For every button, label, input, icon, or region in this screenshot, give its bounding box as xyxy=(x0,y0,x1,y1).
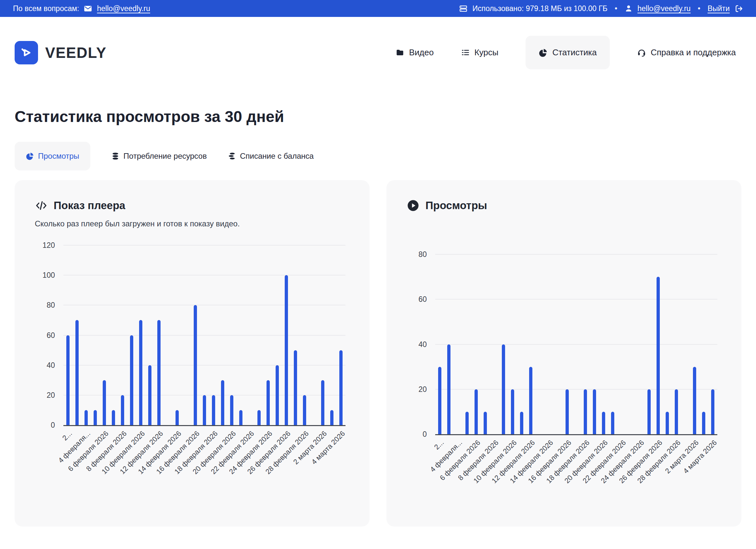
gridline xyxy=(63,275,345,276)
bar xyxy=(66,335,70,425)
bar xyxy=(438,367,441,434)
separator-dot: • xyxy=(615,4,617,13)
bar xyxy=(593,389,596,434)
gridline xyxy=(435,344,717,345)
y-tick-label: 80 xyxy=(46,301,55,310)
y-tick-label: 40 xyxy=(418,340,427,349)
gridline xyxy=(63,335,345,336)
headset-icon xyxy=(637,48,646,57)
bar xyxy=(702,412,705,434)
bar xyxy=(675,389,678,434)
bar xyxy=(566,389,569,434)
tab-views[interactable]: Просмотры xyxy=(15,142,90,170)
y-tick-label: 120 xyxy=(43,241,55,250)
bar xyxy=(666,412,669,434)
bar xyxy=(475,389,478,434)
tab-resource-usage[interactable]: Потребление ресурсов xyxy=(111,151,207,161)
code-icon xyxy=(35,199,48,212)
contact-label: По всем вопросам: xyxy=(13,4,79,13)
bar xyxy=(94,410,97,425)
x-tick-label: 2... xyxy=(61,429,74,442)
chart-title: Просмотры xyxy=(425,199,487,212)
logout-link[interactable]: Выйти xyxy=(708,4,730,13)
topbar: По всем вопросам: hello@veedly.ru Исполь… xyxy=(0,0,756,17)
gridline xyxy=(63,245,345,245)
bar xyxy=(529,367,532,434)
bar xyxy=(276,365,279,425)
bar xyxy=(75,320,79,425)
bar xyxy=(602,412,605,434)
y-tick-label: 80 xyxy=(418,250,427,259)
bar xyxy=(212,395,215,425)
folder-icon xyxy=(396,48,404,57)
pie-chart-icon xyxy=(539,48,548,57)
bar xyxy=(520,412,523,434)
bar xyxy=(611,412,614,434)
nav-item-statistics[interactable]: Статистика xyxy=(526,36,610,69)
user-icon xyxy=(624,4,633,13)
bar-chart-views: 0204060802...4 февраля...6 февраля 20268… xyxy=(386,254,741,494)
bar xyxy=(176,410,179,425)
bar xyxy=(257,410,261,425)
chart-title: Показ плеера xyxy=(54,199,125,212)
bar xyxy=(267,380,270,425)
bar xyxy=(657,277,660,434)
gridline xyxy=(63,305,345,306)
bar xyxy=(130,335,133,425)
account-email-link[interactable]: hello@veedly.ru xyxy=(637,4,691,13)
y-tick-label: 40 xyxy=(46,361,55,370)
y-tick-label: 60 xyxy=(418,295,427,304)
brand-logo[interactable]: VEEDLY xyxy=(15,41,107,64)
nav-item-support[interactable]: Справка и поддержка xyxy=(637,47,736,58)
veedly-logo-icon xyxy=(15,41,38,64)
bar xyxy=(339,350,343,425)
charts-row: Показ плеера Сколько раз плеер был загру… xyxy=(15,180,741,527)
bar xyxy=(85,410,88,425)
bar-chart-player-loads: 0204060801001202...4 февраля...6 февраля… xyxy=(15,245,370,485)
y-tick-label: 20 xyxy=(46,391,55,399)
tab-balance-charges[interactable]: Списание с баланса xyxy=(228,151,314,161)
contact-email-link[interactable]: hello@veedly.ru xyxy=(97,4,150,13)
usage-text: Использовано: 979.18 МБ из 100.00 ГБ xyxy=(472,4,607,13)
list-icon xyxy=(461,48,470,57)
bar xyxy=(711,389,714,434)
y-tick-label: 0 xyxy=(423,430,427,439)
bar xyxy=(157,320,161,425)
chart-plot-area: 020406080100120 xyxy=(63,245,345,426)
bar xyxy=(693,367,696,434)
play-circle-icon xyxy=(407,199,420,212)
bar xyxy=(230,395,233,425)
bar xyxy=(330,410,333,425)
bar xyxy=(239,410,242,425)
bar xyxy=(321,380,324,425)
page-title: Статистика просмотров за 30 дней xyxy=(15,108,741,125)
chart-plot-area: 020406080 xyxy=(435,254,717,435)
y-tick-label: 100 xyxy=(43,271,55,280)
bar xyxy=(465,412,469,434)
x-axis-labels: 2...4 февраля...6 февраля 20268 февраля … xyxy=(63,426,345,485)
storage-icon xyxy=(459,4,468,13)
header: VEEDLY Видео Курсы Статистика Справка и … xyxy=(15,36,736,69)
stat-tabs: Просмотры Потребление ресурсов Списание … xyxy=(15,142,741,170)
bar xyxy=(203,395,206,425)
separator-dot: • xyxy=(698,4,700,13)
database-icon xyxy=(111,152,120,160)
bar xyxy=(103,380,106,425)
logout-icon[interactable] xyxy=(734,4,743,13)
bar xyxy=(121,395,124,425)
bar xyxy=(502,345,505,435)
gridline xyxy=(63,365,345,366)
coins-icon xyxy=(228,152,236,160)
bar xyxy=(647,389,651,434)
pie-chart-icon xyxy=(26,152,34,160)
bar xyxy=(294,350,297,425)
bar xyxy=(511,389,514,434)
nav-item-video[interactable]: Видео xyxy=(396,47,434,58)
bar xyxy=(447,345,450,435)
nav-item-courses[interactable]: Курсы xyxy=(461,47,498,58)
mail-icon xyxy=(84,4,92,13)
bar xyxy=(484,412,487,434)
bar xyxy=(112,410,115,425)
bar xyxy=(285,275,288,425)
y-tick-label: 20 xyxy=(418,385,427,394)
